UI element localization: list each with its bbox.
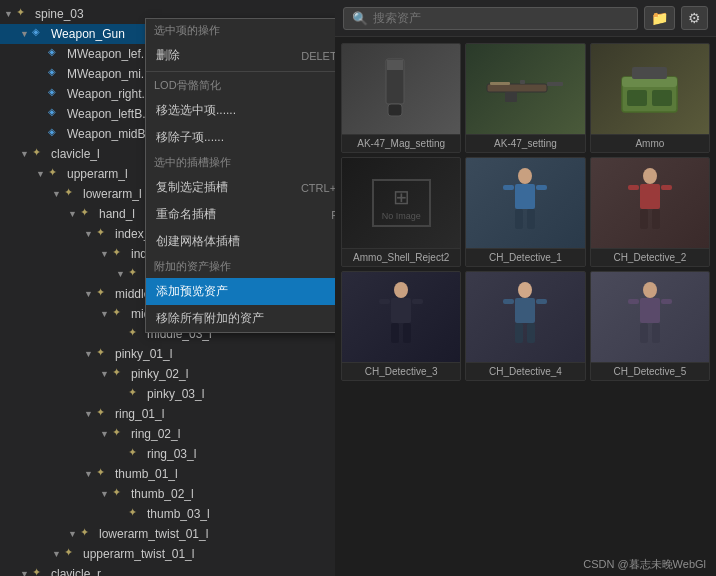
tree-label: clavicle_l (51, 147, 100, 161)
settings-button[interactable]: ⚙ (681, 6, 708, 30)
tree-item-ring_03_l[interactable]: ✦ring_03_l (0, 444, 335, 464)
asset-item-detective2[interactable]: CH_Detective_2 (590, 157, 710, 267)
asset-thumbnail-detective1 (466, 158, 584, 248)
svg-rect-41 (640, 323, 648, 343)
tree-arrow: ▼ (100, 249, 112, 259)
tree-arrow: ▼ (84, 229, 96, 239)
context-item-复制选定插槽[interactable]: 复制选定插槽CTRL+C (146, 174, 335, 201)
asset-thumbnail-ammo_shell: ⊞ No Image (342, 158, 460, 248)
svg-rect-1 (387, 60, 403, 70)
tree-arrow: ▼ (100, 369, 112, 379)
search-input[interactable] (373, 11, 629, 25)
tree-item-thumb_03_l[interactable]: ✦thumb_03_l (0, 504, 335, 524)
bone-icon: ✦ (128, 266, 144, 282)
tree-label: upperarm_twist_01_l (83, 547, 194, 561)
svg-rect-35 (515, 323, 523, 343)
mesh-icon: ◈ (48, 126, 64, 142)
tree-arrow: ▼ (20, 29, 32, 39)
svg-point-37 (643, 282, 657, 298)
bone-icon: ✦ (128, 446, 144, 462)
context-item-label: 移除所有附加的资产 (156, 310, 264, 327)
bone-icon: ✦ (128, 326, 144, 342)
tree-arrow: ▼ (68, 209, 80, 219)
right-panel: 🔍 📁 ⚙ AK-47_Mag_setting AK-47_setting Am… (335, 0, 716, 576)
context-item-删除[interactable]: 删除DELETE (146, 42, 335, 69)
tree-label: thumb_03_l (147, 507, 210, 521)
svg-rect-24 (652, 209, 660, 229)
bone-icon: ✦ (32, 566, 48, 576)
tree-label: MWeapon_lef... (67, 47, 151, 61)
tree-item-ring_02_l[interactable]: ▼✦ring_02_l (0, 424, 335, 444)
tree-item-clavicle_r[interactable]: ▼✦clavicle_r (0, 564, 335, 576)
svg-rect-3 (487, 84, 547, 92)
search-input-wrapper[interactable]: 🔍 (343, 7, 638, 30)
tree-label: lowerarm_twist_01_l (99, 527, 208, 541)
asset-thumbnail-ammo (591, 44, 709, 134)
tree-arrow: ▼ (100, 489, 112, 499)
asset-item-detective1[interactable]: CH_Detective_1 (465, 157, 585, 267)
tree-item-thumb_01_l[interactable]: ▼✦thumb_01_l (0, 464, 335, 484)
asset-item-ak47_mag[interactable]: AK-47_Mag_setting (341, 43, 461, 153)
svg-rect-34 (536, 299, 547, 304)
asset-thumbnail-detective4 (466, 272, 584, 362)
context-item-添加预览资产[interactable]: 添加预览资产▶ (146, 278, 335, 305)
folder-button[interactable]: 📁 (644, 6, 675, 30)
asset-item-ak47_setting[interactable]: AK-47_setting (465, 43, 585, 153)
context-item-重命名插槽[interactable]: 重命名插槽F2 (146, 201, 335, 228)
context-item-移除所有附加的资产[interactable]: 移除所有附加的资产 (146, 305, 335, 332)
asset-item-detective4[interactable]: CH_Detective_4 (465, 271, 585, 381)
asset-item-detective3[interactable]: CH_Detective_3 (341, 271, 461, 381)
context-item-label: 复制选定插槽 (156, 179, 228, 196)
svg-rect-10 (627, 90, 647, 106)
context-section-label: 附加的资产操作 (146, 255, 335, 278)
svg-rect-23 (640, 209, 648, 229)
bone-icon: ✦ (112, 426, 128, 442)
asset-label-detective2: CH_Detective_2 (591, 248, 709, 266)
asset-label-detective4: CH_Detective_4 (466, 362, 584, 380)
svg-rect-40 (661, 299, 672, 304)
svg-rect-38 (640, 298, 660, 323)
tree-label: Weapon_leftB... (67, 107, 152, 121)
tree-item-thumb_02_l[interactable]: ▼✦thumb_02_l (0, 484, 335, 504)
svg-rect-5 (505, 92, 517, 102)
tree-item-pinky_02_l[interactable]: ▼✦pinky_02_l (0, 364, 335, 384)
asset-item-ammo_shell[interactable]: ⊞ No Image Ammo_Shell_Reject2 (341, 157, 461, 267)
shortcut-label: CTRL+C (301, 182, 335, 194)
svg-rect-11 (652, 90, 672, 106)
svg-rect-22 (661, 185, 672, 190)
asset-thumbnail-detective2 (591, 158, 709, 248)
svg-rect-2 (388, 104, 402, 116)
tree-item-lowerarm_twist[interactable]: ▼✦lowerarm_twist_01_l (0, 524, 335, 544)
bone-icon: ✦ (64, 186, 80, 202)
tree-arrow: ▼ (116, 269, 128, 279)
tree-arrow: ▼ (84, 289, 96, 299)
svg-rect-27 (379, 299, 390, 304)
asset-item-detective5[interactable]: CH_Detective_5 (590, 271, 710, 381)
tree-item-pinky_01_l[interactable]: ▼✦pinky_01_l (0, 344, 335, 364)
tree-label: pinky_01_l (115, 347, 172, 361)
bone-icon: ✦ (64, 546, 80, 562)
svg-rect-29 (391, 323, 399, 343)
context-item-创建网格体插槽[interactable]: 创建网格体插槽 (146, 228, 335, 255)
tree-item-upperarm_twist[interactable]: ▼✦upperarm_twist_01_l (0, 544, 335, 564)
context-section-label: LOD骨骼简化 (146, 74, 335, 97)
shortcut-label: F2 (331, 209, 335, 221)
tree-arrow: ▼ (20, 569, 32, 576)
bone-icon: ✦ (96, 346, 112, 362)
tree-label: Weapon_right... (67, 87, 152, 101)
context-item-移选选中项......[interactable]: 移选选中项......▶ (146, 97, 335, 124)
bone-icon: ✦ (80, 526, 96, 542)
tree-arrow: ▼ (68, 529, 80, 539)
svg-point-31 (518, 282, 532, 298)
tree-arrow: ▼ (84, 469, 96, 479)
svg-rect-12 (632, 67, 667, 79)
tree-label: upperarm_l (67, 167, 128, 181)
context-item-移除子项......[interactable]: 移除子项...... (146, 124, 335, 151)
svg-rect-15 (503, 185, 514, 190)
tree-arrow: ▼ (100, 309, 112, 319)
mesh-icon: ◈ (48, 106, 64, 122)
tree-item-ring_01_l[interactable]: ▼✦ring_01_l (0, 404, 335, 424)
tree-label: Weapon_Gun (51, 27, 125, 41)
asset-item-ammo[interactable]: Ammo (590, 43, 710, 153)
tree-item-pinky_03_l[interactable]: ✦pinky_03_l (0, 384, 335, 404)
